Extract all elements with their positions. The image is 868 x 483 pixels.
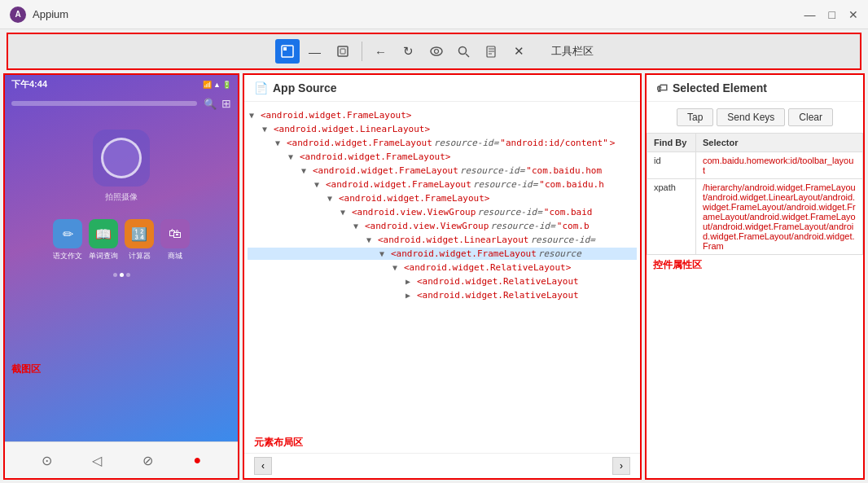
app-label-2: 计算器: [129, 251, 151, 261]
maximize-button[interactable]: □: [829, 8, 835, 21]
tag-0: <android.widget.FrameLayout>: [261, 110, 411, 121]
home-icon: ⊙: [42, 453, 52, 468]
toggle-2[interactable]: ▼: [275, 138, 285, 147]
camera-icon-outer: [93, 130, 150, 187]
minimize-button[interactable]: —: [804, 8, 816, 21]
tree-line-5: ▼ <android.widget.FrameLayout resource-i…: [248, 178, 637, 191]
toggle-1[interactable]: ▼: [262, 125, 272, 134]
camera-text: 拍照摄像: [105, 191, 138, 203]
app-item-2: 🔢 计算器: [125, 219, 154, 261]
tree-line-0: ▼ <android.widget.FrameLayout>: [248, 109, 637, 121]
toolbar-refresh-button[interactable]: ↻: [397, 39, 421, 64]
phone-icons: 📶 ▲ 🔋: [203, 81, 231, 89]
tree-line-3: ▼ <android.widget.FrameLayout>: [248, 151, 637, 163]
toggle-11[interactable]: ▼: [392, 263, 402, 272]
toolbar-screen-button[interactable]: [331, 39, 355, 64]
tag-11: <android.widget.RelativeLayout>: [404, 262, 571, 273]
tag-9: <android.widget.LinearLayout: [378, 235, 528, 245]
val-4: "com.baidu.hom: [526, 165, 602, 176]
tree-node-12: ▶ <android.widget.RelativeLayout: [248, 274, 637, 288]
toolbar-search-button[interactable]: [452, 39, 476, 64]
source-tree[interactable]: ▼ <android.widget.FrameLayout> ▼ <androi…: [244, 102, 640, 433]
attr-2: resource-id=: [434, 138, 498, 148]
tap-button[interactable]: Tap: [677, 108, 713, 126]
action-buttons: Tap Send Keys Clear: [647, 102, 863, 133]
toggle-10[interactable]: ▼: [379, 249, 389, 258]
element-layout-label: 元素布局区: [244, 433, 640, 453]
toggle-5[interactable]: ▼: [314, 180, 324, 189]
dot-2: [120, 273, 124, 277]
toolbar-eye-button[interactable]: [424, 39, 449, 64]
wifi-icon: ▲: [213, 81, 221, 89]
tree-line-8: ▼ <android.view.ViewGroup resource-id= "…: [248, 220, 637, 232]
rec-icon: ●: [194, 453, 202, 468]
app-item-3: 🛍 商城: [160, 219, 190, 261]
toolbar-back-button[interactable]: ←: [369, 39, 393, 64]
toggle-4[interactable]: ▼: [301, 166, 311, 175]
app-grid: ✏ 语文作文 📖 单词查询 🔢 计算器 🛍 商城: [5, 211, 238, 270]
selected-icon: 🏷: [656, 81, 668, 94]
toggle-0[interactable]: ▼: [249, 111, 259, 120]
app-icon-0: ✏: [53, 219, 82, 248]
toggle-9[interactable]: ▼: [366, 235, 376, 244]
row-xpath-value: /hierarchy/android.widget.FrameLayout/an…: [696, 179, 863, 255]
tree-node-11: ▼ <android.widget.RelativeLayout>: [248, 261, 637, 274]
attr-10: resource: [538, 248, 581, 259]
svg-rect-1: [283, 47, 287, 50]
nav-left-button[interactable]: ‹: [254, 457, 272, 475]
phone-screen: 下午4:44 📶 ▲ 🔋 🔍 ⊞ 拍照摄像: [5, 75, 238, 441]
tree-line-10: ▼ <android.widget.FrameLayout resource: [248, 248, 637, 260]
val-7: "com.baid: [544, 207, 593, 217]
toggle-12[interactable]: ▶: [406, 277, 415, 286]
row-id-value: com.baidu.homework:id/toolbar_layout: [696, 152, 863, 179]
toggle-7[interactable]: ▼: [340, 208, 350, 217]
toolbar-minus-button[interactable]: —: [303, 39, 327, 64]
title-bar-title: Appium: [33, 8, 68, 20]
tree-line-4: ▼ <android.widget.FrameLayout resource-i…: [248, 165, 637, 177]
val-8: "com.b: [557, 221, 590, 231]
signal-icon: 📶: [203, 81, 212, 89]
battery-icon: 🔋: [222, 81, 231, 89]
left-panel: 下午4:44 📶 ▲ 🔋 🔍 ⊞ 拍照摄像: [3, 73, 239, 480]
phone-bottom: ⊙ ◁ ⊘ ●: [5, 441, 238, 478]
app-label-0: 语文作文: [53, 251, 82, 261]
tree-line-11: ▼ <android.widget.RelativeLayout>: [248, 261, 637, 274]
tree-node-0: ▼ <android.widget.FrameLayout>: [248, 108, 637, 122]
tree-node-3: ▼ <android.widget.FrameLayout>: [248, 150, 637, 164]
clear-button[interactable]: Clear: [788, 108, 833, 126]
toggle-6[interactable]: ▼: [327, 194, 337, 203]
toggle-8[interactable]: ▼: [353, 222, 363, 231]
selector-header: Selector: [696, 134, 863, 152]
appium-logo: A: [10, 7, 26, 23]
svg-point-4: [431, 47, 442, 55]
close-button[interactable]: ✕: [848, 8, 858, 21]
camera-icon-inner: [101, 138, 142, 178]
tree-line-6: ▼ <android.widget.FrameLayout>: [248, 192, 637, 204]
toolbar-close-button[interactable]: ✕: [507, 39, 532, 64]
selected-element-header: 🏷 Selected Element: [647, 75, 863, 102]
tag-2: <android.widget.FrameLayout: [287, 138, 432, 148]
send-keys-button[interactable]: Send Keys: [717, 108, 785, 126]
app-icon-3: 🛍: [160, 219, 190, 248]
nav-right-button[interactable]: ›: [612, 457, 630, 475]
tree-node-2: ▼ <android.widget.FrameLayout resource-i…: [248, 136, 637, 150]
title-bar-controls: — □ ✕: [804, 8, 858, 21]
tree-node-7: ▼ <android.view.ViewGroup resource-id= "…: [248, 205, 637, 219]
toggle-3[interactable]: ▼: [288, 152, 298, 161]
toolbar-file-button[interactable]: [480, 39, 504, 64]
tree-node-13: ▶ <android.widget.RelativeLayout: [248, 288, 637, 302]
svg-rect-3: [340, 49, 345, 54]
row-xpath-key: xpath: [647, 179, 696, 255]
title-bar: A Appium — □ ✕: [0, 0, 868, 29]
attr-7: resource-id=: [477, 207, 541, 217]
attr-8: resource-id=: [490, 221, 555, 231]
tag-5: <android.widget.FrameLayout: [326, 179, 471, 190]
tree-node-1: ▼ <android.widget.LinearLayout>: [248, 122, 637, 136]
tree-node-6: ▼ <android.widget.FrameLayout>: [248, 191, 637, 205]
toggle-13[interactable]: ▶: [406, 291, 415, 300]
toolbar-select-button[interactable]: [275, 39, 300, 64]
tree-line-12: ▶ <android.widget.RelativeLayout: [248, 275, 637, 288]
table-header-row: Find By Selector: [647, 134, 863, 152]
selected-element-title: Selected Element: [673, 81, 767, 94]
tree-line-2: ▼ <android.widget.FrameLayout resource-i…: [248, 137, 637, 149]
